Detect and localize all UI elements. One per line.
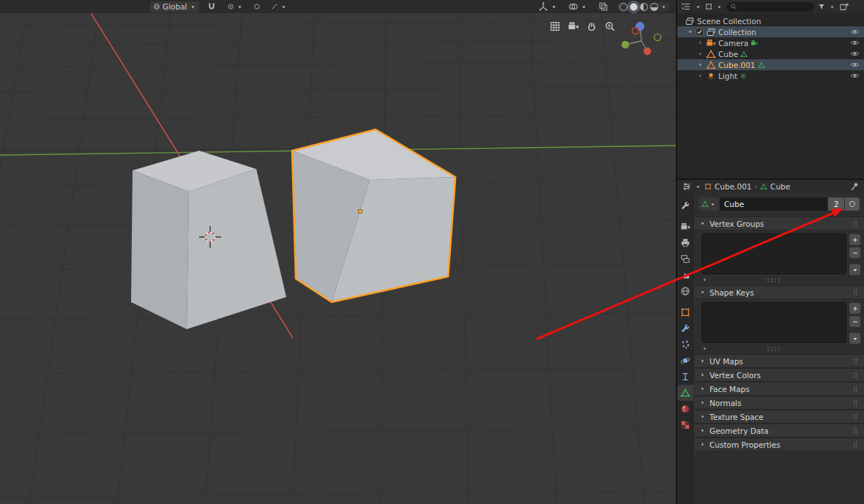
outliner-row-camera[interactable]: Camera: [677, 37, 864, 48]
navigation-gizmo[interactable]: [616, 18, 667, 63]
panel-header-geometry-data[interactable]: Geometry Data: [694, 424, 864, 437]
tab-object[interactable]: [677, 304, 693, 320]
object-name[interactable]: Light: [718, 72, 737, 80]
gizmo-x-axis-ball[interactable]: [644, 48, 651, 55]
panel-header-vertex-colors[interactable]: Vertex Colors: [694, 368, 864, 382]
panel-header-face-maps[interactable]: Face Maps: [694, 382, 864, 396]
tab-texture[interactable]: [677, 417, 693, 433]
shading-material-button[interactable]: [640, 3, 648, 11]
tab-material[interactable]: [677, 401, 693, 417]
proportional-editing-toggle[interactable]: [250, 1, 264, 12]
filter-icon[interactable]: [818, 3, 825, 10]
3d-viewport[interactable]: Global: [0, 0, 676, 504]
shape-keys-list[interactable]: [701, 302, 846, 343]
object-name[interactable]: Cube: [718, 50, 738, 59]
list-resize-grip-icon[interactable]: [765, 277, 783, 283]
expand-caret-icon[interactable]: [697, 61, 704, 68]
active-object-name[interactable]: Cube.001: [718, 61, 756, 69]
add-vertex-group-button[interactable]: [849, 234, 860, 245]
chevron-down-icon[interactable]: [716, 4, 723, 10]
outliner-search-box[interactable]: [726, 2, 814, 12]
shading-wireframe-button[interactable]: [619, 3, 627, 11]
xray-toggle[interactable]: [595, 1, 611, 12]
pin-icon[interactable]: [849, 181, 860, 192]
panel-header-normals[interactable]: Normals: [694, 396, 864, 410]
fake-user-button[interactable]: [845, 198, 860, 211]
list-filter-caret-icon[interactable]: [701, 345, 708, 352]
hide-eye-icon[interactable]: [850, 71, 860, 80]
tab-view-layer[interactable]: [677, 251, 693, 267]
tab-world[interactable]: [677, 283, 693, 299]
add-shape-key-button[interactable]: [849, 303, 860, 314]
shape-key-specials-menu[interactable]: [849, 333, 860, 344]
outliner-row-collection[interactable]: Collection: [677, 26, 864, 37]
tab-render[interactable]: [677, 219, 693, 235]
collection-label[interactable]: Collection: [718, 28, 756, 37]
panel-header-custom-properties[interactable]: Custom Properties: [694, 437, 864, 451]
hide-eye-icon[interactable]: [850, 27, 860, 37]
tab-object-data[interactable]: [677, 385, 693, 401]
panel-drag-dots-icon[interactable]: [852, 358, 859, 365]
transform-orientation-dropdown[interactable]: Global: [150, 1, 199, 12]
panel-header-shape-keys[interactable]: Shape Keys: [694, 285, 864, 299]
outliner-row-light[interactable]: Light: [677, 70, 864, 81]
tab-constraints[interactable]: [677, 369, 693, 385]
panel-drag-dots-icon[interactable]: [852, 289, 859, 296]
gizmo-y-neg-ball[interactable]: [654, 34, 660, 40]
panel-header-texture-space[interactable]: Texture Space: [694, 410, 864, 424]
outliner-row-cube[interactable]: Cube: [677, 48, 864, 59]
shading-rendered-button[interactable]: [650, 3, 658, 11]
users-count-badge[interactable]: 2: [828, 198, 844, 211]
new-collection-icon[interactable]: [839, 1, 849, 12]
cube-object[interactable]: [131, 151, 286, 329]
panel-drag-dots-icon[interactable]: [852, 372, 859, 379]
pan-view-button[interactable]: [584, 19, 599, 34]
orthographic-grid-button[interactable]: [548, 19, 562, 34]
panel-drag-dots-icon[interactable]: [852, 427, 859, 435]
cube-001-object[interactable]: [292, 129, 455, 302]
outliner-editor-type-icon[interactable]: [681, 1, 691, 12]
panel-drag-dots-icon[interactable]: [852, 413, 859, 421]
panel-drag-dots-icon[interactable]: [852, 399, 859, 407]
snap-toggle-button[interactable]: [204, 1, 220, 12]
outliner-row-cube-001[interactable]: Cube.001: [677, 59, 864, 70]
shading-solid-button[interactable]: [630, 3, 638, 11]
chevron-down-icon[interactable]: [695, 184, 701, 190]
list-filter-caret-icon[interactable]: [701, 277, 708, 283]
hide-eye-icon[interactable]: [850, 60, 860, 69]
tab-modifiers[interactable]: [677, 320, 693, 336]
breadcrumb-data[interactable]: Cube: [770, 182, 790, 191]
display-mode-icon[interactable]: [705, 3, 712, 10]
gizmo-y-axis-ball[interactable]: [622, 41, 629, 48]
zoom-view-button[interactable]: [603, 19, 617, 34]
camera-view-button[interactable]: [566, 19, 581, 34]
scene-collection-label[interactable]: Scene Collection: [697, 17, 761, 26]
properties-editor-type-icon[interactable]: [682, 181, 692, 192]
chevron-down-icon[interactable]: [829, 4, 835, 10]
breadcrumb-object[interactable]: Cube.001: [715, 182, 752, 191]
overlays-dropdown[interactable]: [565, 1, 590, 12]
tab-tool[interactable]: [677, 198, 693, 214]
expand-caret-icon[interactable]: [697, 72, 704, 79]
gizmos-dropdown[interactable]: [535, 1, 560, 12]
browse-mesh-dropdown[interactable]: [699, 198, 719, 211]
panel-header-uv-maps[interactable]: UV Maps: [694, 354, 864, 368]
panel-drag-dots-icon[interactable]: [852, 220, 859, 227]
vertex-group-specials-menu[interactable]: [849, 264, 860, 275]
search-input[interactable]: [740, 2, 794, 12]
remove-shape-key-button[interactable]: [849, 316, 860, 327]
proportional-falloff-dropdown[interactable]: [268, 1, 290, 12]
outliner-row-scene-collection[interactable]: Scene Collection: [677, 15, 864, 26]
hide-eye-icon[interactable]: [850, 38, 860, 48]
panel-drag-dots-icon[interactable]: [852, 441, 859, 448]
hide-eye-icon[interactable]: [850, 49, 860, 59]
chevron-down-icon[interactable]: [695, 4, 701, 10]
collection-checkbox[interactable]: [696, 28, 704, 36]
panel-drag-dots-icon[interactable]: [852, 385, 859, 393]
expand-caret-icon[interactable]: [697, 50, 704, 57]
remove-vertex-group-button[interactable]: [849, 247, 860, 258]
object-name[interactable]: Camera: [718, 39, 748, 48]
collapse-caret-icon[interactable]: [687, 29, 693, 35]
3d-scene[interactable]: [0, 0, 676, 504]
panel-header-vertex-groups[interactable]: Vertex Groups: [694, 217, 864, 230]
